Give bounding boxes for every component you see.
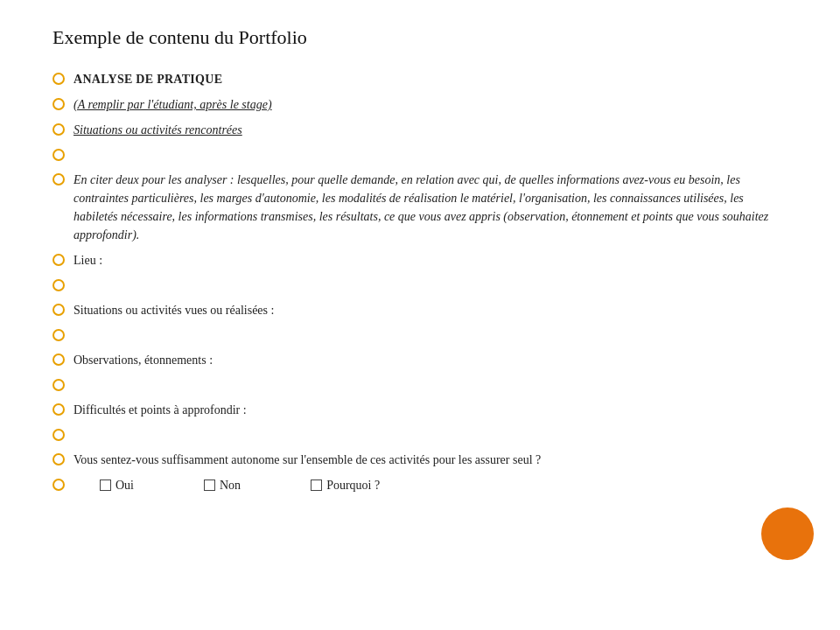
bullet-icon [52, 403, 65, 416]
list-item-choices: Oui Non Pourquoi ? [52, 476, 788, 494]
item-text-situations-titre: Situations ou activités rencontrées [74, 121, 788, 139]
checkbox-oui[interactable] [100, 480, 111, 491]
checkbox-pourquoi-label: Pourquoi ? [326, 476, 380, 494]
bullet-icon [52, 98, 65, 110]
page-title: Exemple de contenu du Portfolio [52, 26, 788, 49]
list-item: En citer deux pour les analyser : lesque… [52, 171, 788, 244]
bullet-icon [52, 73, 65, 85]
list-item: Lieu : [52, 251, 788, 270]
list-item-empty [52, 276, 788, 294]
bullet-icon [52, 123, 65, 136]
list-item: Situations ou activités vues ou réalisée… [52, 301, 788, 319]
item-text-autonome: Vous sentez-vous suffisamment autonome s… [74, 451, 788, 469]
list-item-empty [52, 376, 788, 394]
item-text-citer: En citer deux pour les analyser : lesque… [74, 171, 788, 244]
bullet-icon [52, 453, 65, 466]
checkbox-non-label: Non [220, 476, 241, 494]
bullet-icon [52, 379, 65, 391]
item-text-observations: Observations, étonnements : [74, 351, 788, 369]
bullet-icon [52, 479, 65, 491]
bullet-icon [52, 149, 65, 161]
item-text-checkboxes: Oui Non Pourquoi ? [74, 476, 788, 494]
list-item: ANALYSE DE PRATIQUE [52, 70, 788, 88]
bullet-icon [52, 354, 65, 366]
list-item: Difficultés et points à approfondir : [52, 401, 788, 419]
list-item: Situations ou activités rencontrées [52, 121, 788, 139]
list-item: Observations, étonnements : [52, 351, 788, 369]
checkbox-pourquoi[interactable] [311, 480, 322, 491]
checkbox-non[interactable] [204, 480, 215, 491]
checkbox-row: Oui Non Pourquoi ? [74, 476, 788, 494]
bullet-icon [52, 279, 65, 291]
bullet-icon [52, 329, 65, 341]
list-item-empty [52, 326, 788, 344]
list-item: Vous sentez-vous suffisamment autonome s… [52, 451, 788, 469]
item-text-lieu: Lieu : [74, 251, 788, 270]
checkbox-oui-group: Oui [74, 476, 134, 494]
list-item: (A remplir par l'étudiant, après le stag… [52, 95, 788, 114]
item-text-difficultes: Difficultés et points à approfondir : [74, 401, 788, 419]
list-item-empty [52, 146, 788, 164]
list-item-empty [52, 426, 788, 444]
content-list: ANALYSE DE PRATIQUE (A remplir par l'étu… [52, 70, 788, 494]
bullet-icon [52, 429, 65, 441]
bullet-icon [52, 173, 65, 186]
item-text-situations-vues: Situations ou activités vues ou réalisée… [74, 301, 788, 319]
bullet-icon [52, 304, 65, 316]
item-text-remplir: (A remplir par l'étudiant, après le stag… [74, 95, 788, 114]
bullet-icon [52, 254, 65, 266]
orange-circle-decoration [761, 508, 814, 560]
checkbox-non-group: Non [204, 476, 241, 494]
item-text-analyse: ANALYSE DE PRATIQUE [74, 70, 788, 88]
checkbox-oui-label: Oui [116, 476, 134, 494]
checkbox-pourquoi-group: Pourquoi ? [311, 476, 380, 494]
